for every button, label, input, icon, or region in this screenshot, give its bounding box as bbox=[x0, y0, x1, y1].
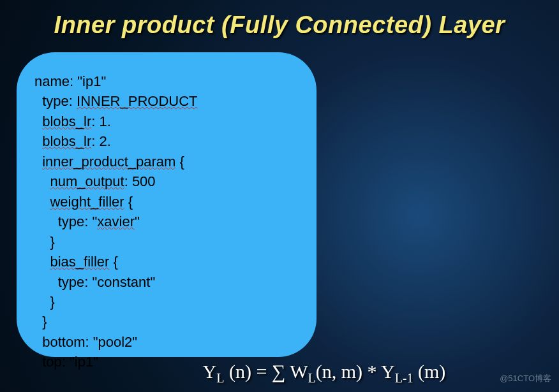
code-line: } bbox=[34, 292, 299, 312]
code-line: } bbox=[34, 312, 299, 331]
code-line: weight_filler { bbox=[34, 192, 299, 212]
code-line: type: "xavier" bbox=[34, 212, 299, 231]
slide-title: Inner product (Fully Connected) Layer bbox=[0, 0, 559, 39]
code-line: blobs_lr: 1. bbox=[34, 112, 299, 131]
code-line: type: INNER_PRODUCT bbox=[34, 91, 299, 111]
code-box: name: "ip1" type: INNER_PRODUCT blobs_lr… bbox=[17, 52, 317, 357]
equation: YL (n) = ∑ WL(n, m) * YL-1 (m) bbox=[0, 361, 559, 386]
code-line: blobs_lr: 2. bbox=[34, 131, 299, 151]
code-line: name: "ip1" bbox=[34, 71, 299, 91]
code-line: inner_product_param { bbox=[34, 152, 299, 171]
code-line: bottom: "pool2" bbox=[34, 332, 299, 352]
code-line: num_output: 500 bbox=[34, 171, 299, 191]
code-line: bias_filler { bbox=[34, 252, 299, 272]
code-line: type: "constant" bbox=[34, 272, 299, 292]
code-line: } bbox=[34, 232, 299, 252]
watermark: @51CTO博客 bbox=[500, 373, 551, 384]
